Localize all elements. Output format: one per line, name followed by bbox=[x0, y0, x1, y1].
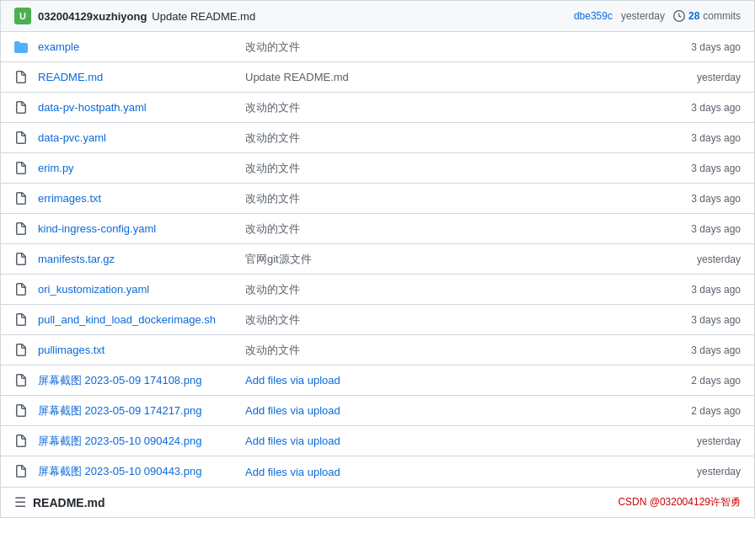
file-table: example改动的文件3 days ago README.mdUpdate R… bbox=[0, 31, 755, 488]
file-icon bbox=[14, 71, 31, 84]
file-age: 3 days ago bbox=[656, 41, 741, 53]
table-row: errimages.txt改动的文件3 days ago bbox=[1, 184, 754, 214]
file-commit-message: Update README.md bbox=[232, 71, 656, 83]
file-age: 3 days ago bbox=[656, 344, 741, 356]
table-row: README.mdUpdate README.mdyesterday bbox=[1, 62, 754, 93]
file-name[interactable]: pullimages.txt bbox=[38, 344, 232, 356]
readme-title: README.md bbox=[33, 496, 105, 509]
table-row: data-pvc.yaml改动的文件3 days ago bbox=[1, 123, 754, 153]
table-row: kind-ingress-config.yaml改动的文件3 days ago bbox=[1, 214, 754, 244]
file-name[interactable]: kind-ingress-config.yaml bbox=[38, 222, 232, 235]
commit-hash[interactable]: dbe359c bbox=[574, 10, 613, 22]
file-name[interactable]: README.md bbox=[38, 71, 232, 83]
file-age: 3 days ago bbox=[656, 223, 741, 235]
file-commit-message[interactable]: Add files via upload bbox=[232, 466, 656, 478]
file-name[interactable]: erim.py bbox=[38, 162, 232, 174]
file-name[interactable]: manifests.tar.gz bbox=[38, 253, 232, 265]
file-commit-message: 改动的文件 bbox=[232, 282, 656, 297]
file-age: yesterday bbox=[656, 72, 741, 83]
commits-label: commits bbox=[703, 10, 741, 22]
file-commit-message: 改动的文件 bbox=[232, 161, 656, 176]
repo-container: U 032004129xuzhiyong Update README.md db… bbox=[0, 0, 755, 518]
file-commit-message: 改动的文件 bbox=[232, 191, 656, 206]
file-icon bbox=[14, 253, 31, 266]
file-age: 3 days ago bbox=[656, 284, 741, 296]
file-name[interactable]: 屏幕截图 2023-05-09 174108.png bbox=[38, 373, 232, 388]
commits-count: 28 bbox=[688, 10, 699, 22]
commit-bar: U 032004129xuzhiyong Update README.md db… bbox=[0, 0, 755, 31]
commit-info: 032004129xuzhiyong Update README.md bbox=[38, 10, 574, 23]
commit-time: yesterday bbox=[621, 10, 665, 22]
file-icon bbox=[14, 283, 31, 296]
file-age: yesterday bbox=[656, 435, 741, 447]
file-icon bbox=[14, 344, 31, 357]
file-age: 3 days ago bbox=[656, 314, 741, 326]
table-row: pullimages.txt改动的文件3 days ago bbox=[1, 335, 754, 365]
file-icon bbox=[14, 374, 31, 387]
avatar-letter: U bbox=[19, 11, 26, 21]
file-commit-message: 改动的文件 bbox=[232, 343, 656, 358]
file-age: yesterday bbox=[656, 466, 741, 477]
bottom-bar: ☰ README.md CSDN @032004129许智勇 bbox=[0, 488, 755, 518]
list-icon: ☰ bbox=[14, 494, 26, 510]
table-row: ori_kustomization.yaml改动的文件3 days ago bbox=[1, 275, 754, 305]
watermark: CSDN @032004129许智勇 bbox=[618, 495, 741, 509]
file-name[interactable]: 屏幕截图 2023-05-10 090424.png bbox=[38, 434, 232, 449]
table-row: 屏幕截图 2023-05-10 090424.pngAdd files via … bbox=[1, 426, 754, 456]
table-row: pull_and_kind_load_dockerimage.sh改动的文件3 … bbox=[1, 305, 754, 335]
file-commit-message: 改动的文件 bbox=[232, 100, 656, 115]
file-age: 2 days ago bbox=[656, 375, 741, 387]
commit-message: Update README.md bbox=[152, 10, 255, 23]
table-row: 屏幕截图 2023-05-10 090443.pngAdd files via … bbox=[1, 456, 754, 487]
file-icon bbox=[14, 101, 31, 115]
file-name[interactable]: example bbox=[38, 40, 232, 53]
clock-icon bbox=[673, 10, 685, 22]
file-name[interactable]: data-pv-hostpath.yaml bbox=[38, 101, 232, 114]
file-commit-message[interactable]: Add files via upload bbox=[232, 404, 656, 417]
file-icon bbox=[14, 131, 31, 145]
file-icon bbox=[14, 192, 31, 205]
table-row: erim.py改动的文件3 days ago bbox=[1, 153, 754, 184]
file-commit-message[interactable]: Add files via upload bbox=[232, 435, 656, 447]
file-age: yesterday bbox=[656, 253, 741, 265]
table-row: manifests.tar.gz官网git源文件yesterday bbox=[1, 244, 754, 275]
commits-link[interactable]: 28 commits bbox=[673, 10, 741, 22]
table-row: 屏幕截图 2023-05-09 174217.pngAdd files via … bbox=[1, 396, 754, 426]
file-age: 3 days ago bbox=[656, 132, 741, 144]
file-icon bbox=[14, 465, 31, 478]
file-commit-message: 改动的文件 bbox=[232, 131, 656, 146]
file-age: 3 days ago bbox=[656, 193, 741, 205]
table-row: 屏幕截图 2023-05-09 174108.pngAdd files via … bbox=[1, 365, 754, 396]
file-name[interactable]: errimages.txt bbox=[38, 192, 232, 205]
file-age: 3 days ago bbox=[656, 163, 741, 174]
file-commit-message: 改动的文件 bbox=[232, 40, 656, 55]
avatar: U bbox=[14, 8, 31, 24]
table-row: data-pv-hostpath.yaml改动的文件3 days ago bbox=[1, 93, 754, 123]
table-row: example改动的文件3 days ago bbox=[1, 32, 754, 62]
file-icon bbox=[14, 435, 31, 448]
file-commit-message: 改动的文件 bbox=[232, 312, 656, 328]
file-name[interactable]: 屏幕截图 2023-05-10 090443.png bbox=[38, 464, 232, 479]
file-commit-message: 改动的文件 bbox=[232, 221, 656, 237]
file-name[interactable]: pull_and_kind_load_dockerimage.sh bbox=[38, 313, 232, 326]
file-icon bbox=[14, 162, 31, 175]
file-age: 3 days ago bbox=[656, 102, 741, 114]
file-name[interactable]: 屏幕截图 2023-05-09 174217.png bbox=[38, 403, 232, 419]
file-icon bbox=[14, 222, 31, 236]
file-age: 2 days ago bbox=[656, 405, 741, 417]
file-commit-message: 官网git源文件 bbox=[232, 252, 656, 267]
commit-author[interactable]: 032004129xuzhiyong bbox=[38, 10, 147, 23]
file-name[interactable]: data-pvc.yaml bbox=[38, 131, 232, 144]
file-name[interactable]: ori_kustomization.yaml bbox=[38, 283, 232, 296]
folder-icon bbox=[14, 40, 31, 54]
file-icon bbox=[14, 313, 31, 327]
file-icon bbox=[14, 404, 31, 418]
file-commit-message[interactable]: Add files via upload bbox=[232, 374, 656, 387]
commit-right: dbe359c yesterday 28 commits bbox=[574, 10, 741, 22]
